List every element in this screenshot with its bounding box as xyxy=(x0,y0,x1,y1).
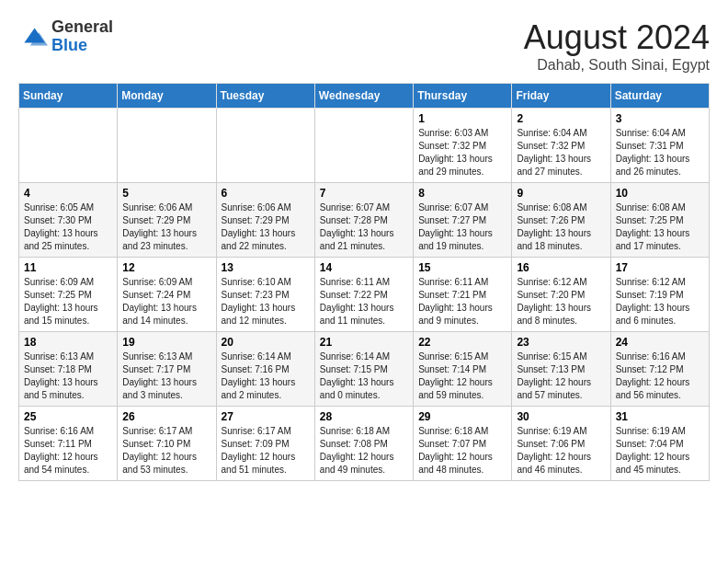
day-content: Sunrise: 6:05 AMSunset: 7:30 PMDaylight:… xyxy=(24,201,112,253)
day-number: 11 xyxy=(24,261,112,274)
calendar-cell: 10Sunrise: 6:08 AMSunset: 7:25 PMDayligh… xyxy=(610,183,709,258)
day-number: 12 xyxy=(122,261,210,274)
calendar-cell: 24Sunrise: 6:16 AMSunset: 7:12 PMDayligh… xyxy=(610,332,709,407)
day-number: 20 xyxy=(222,336,310,349)
weekday-header-friday: Friday xyxy=(512,84,610,109)
day-number: 31 xyxy=(616,410,704,423)
day-content: Sunrise: 6:18 AMSunset: 7:08 PMDaylight:… xyxy=(320,425,408,477)
calendar-cell: 8Sunrise: 6:07 AMSunset: 7:27 PMDaylight… xyxy=(414,183,512,258)
calendar-cell: 13Sunrise: 6:10 AMSunset: 7:23 PMDayligh… xyxy=(216,258,314,332)
day-number: 16 xyxy=(517,261,605,274)
day-content: Sunrise: 6:06 AMSunset: 7:29 PMDaylight:… xyxy=(222,201,310,253)
day-number: 23 xyxy=(517,336,605,349)
calendar-cell: 2Sunrise: 6:04 AMSunset: 7:32 PMDaylight… xyxy=(512,109,610,183)
calendar-cell: 17Sunrise: 6:12 AMSunset: 7:19 PMDayligh… xyxy=(610,258,709,332)
calendar-cell: 20Sunrise: 6:14 AMSunset: 7:16 PMDayligh… xyxy=(216,332,314,407)
logo-icon xyxy=(18,22,48,52)
calendar-cell: 5Sunrise: 6:06 AMSunset: 7:29 PMDaylight… xyxy=(118,183,216,258)
calendar-cell: 3Sunrise: 6:04 AMSunset: 7:31 PMDaylight… xyxy=(610,109,709,183)
day-number: 6 xyxy=(222,187,310,200)
day-number: 19 xyxy=(122,336,210,349)
day-content: Sunrise: 6:12 AMSunset: 7:20 PMDaylight:… xyxy=(517,276,605,327)
day-number: 30 xyxy=(517,410,605,423)
day-content: Sunrise: 6:18 AMSunset: 7:07 PMDaylight:… xyxy=(418,425,506,477)
calendar-cell: 7Sunrise: 6:07 AMSunset: 7:28 PMDaylight… xyxy=(314,183,413,258)
calendar-cell: 11Sunrise: 6:09 AMSunset: 7:25 PMDayligh… xyxy=(19,258,118,332)
weekday-header-thursday: Thursday xyxy=(414,84,512,109)
day-number: 1 xyxy=(418,112,506,125)
calendar-table: SundayMondayTuesdayWednesdayThursdayFrid… xyxy=(18,83,710,481)
day-number: 22 xyxy=(418,336,506,349)
day-number: 14 xyxy=(320,261,408,274)
page-header: General Blue August 2024 Dahab, South Si… xyxy=(18,18,710,74)
day-content: Sunrise: 6:03 AMSunset: 7:32 PMDaylight:… xyxy=(418,127,506,178)
calendar-cell: 15Sunrise: 6:11 AMSunset: 7:21 PMDayligh… xyxy=(414,258,512,332)
day-number: 5 xyxy=(122,187,210,200)
calendar-cell: 30Sunrise: 6:19 AMSunset: 7:06 PMDayligh… xyxy=(512,407,610,481)
calendar-cell: 27Sunrise: 6:17 AMSunset: 7:09 PMDayligh… xyxy=(216,407,314,481)
day-content: Sunrise: 6:10 AMSunset: 7:23 PMDaylight:… xyxy=(222,276,310,327)
day-number: 17 xyxy=(616,261,704,274)
weekday-header-wednesday: Wednesday xyxy=(314,84,413,109)
day-content: Sunrise: 6:16 AMSunset: 7:12 PMDaylight:… xyxy=(616,350,704,402)
day-number: 25 xyxy=(24,410,112,423)
day-content: Sunrise: 6:07 AMSunset: 7:27 PMDaylight:… xyxy=(418,201,506,253)
calendar-cell xyxy=(19,109,118,183)
day-number: 3 xyxy=(616,112,704,125)
day-content: Sunrise: 6:17 AMSunset: 7:09 PMDaylight:… xyxy=(222,425,310,477)
calendar-cell: 31Sunrise: 6:19 AMSunset: 7:04 PMDayligh… xyxy=(610,407,709,481)
title-block: August 2024 Dahab, South Sinai, Egypt xyxy=(524,18,710,74)
day-content: Sunrise: 6:13 AMSunset: 7:18 PMDaylight:… xyxy=(24,350,112,402)
day-content: Sunrise: 6:11 AMSunset: 7:22 PMDaylight:… xyxy=(320,276,408,327)
calendar-cell: 22Sunrise: 6:15 AMSunset: 7:14 PMDayligh… xyxy=(414,332,512,407)
location-subtitle: Dahab, South Sinai, Egypt xyxy=(524,57,710,74)
calendar-cell: 26Sunrise: 6:17 AMSunset: 7:10 PMDayligh… xyxy=(118,407,216,481)
day-content: Sunrise: 6:04 AMSunset: 7:31 PMDaylight:… xyxy=(616,127,704,178)
day-number: 13 xyxy=(222,261,310,274)
calendar-cell: 19Sunrise: 6:13 AMSunset: 7:17 PMDayligh… xyxy=(118,332,216,407)
calendar-cell: 1Sunrise: 6:03 AMSunset: 7:32 PMDaylight… xyxy=(414,109,512,183)
calendar-cell: 29Sunrise: 6:18 AMSunset: 7:07 PMDayligh… xyxy=(414,407,512,481)
calendar-week-row: 1Sunrise: 6:03 AMSunset: 7:32 PMDaylight… xyxy=(19,109,710,183)
day-content: Sunrise: 6:07 AMSunset: 7:28 PMDaylight:… xyxy=(320,201,408,253)
day-content: Sunrise: 6:09 AMSunset: 7:25 PMDaylight:… xyxy=(24,276,112,327)
day-content: Sunrise: 6:19 AMSunset: 7:06 PMDaylight:… xyxy=(517,425,605,477)
calendar-cell: 12Sunrise: 6:09 AMSunset: 7:24 PMDayligh… xyxy=(118,258,216,332)
calendar-cell: 6Sunrise: 6:06 AMSunset: 7:29 PMDaylight… xyxy=(216,183,314,258)
day-number: 24 xyxy=(616,336,704,349)
day-number: 8 xyxy=(418,187,506,200)
calendar-week-row: 18Sunrise: 6:13 AMSunset: 7:18 PMDayligh… xyxy=(19,332,710,407)
day-content: Sunrise: 6:12 AMSunset: 7:19 PMDaylight:… xyxy=(616,276,704,327)
calendar-cell: 23Sunrise: 6:15 AMSunset: 7:13 PMDayligh… xyxy=(512,332,610,407)
day-number: 2 xyxy=(517,112,605,125)
day-content: Sunrise: 6:19 AMSunset: 7:04 PMDaylight:… xyxy=(616,425,704,477)
calendar-cell xyxy=(314,109,413,183)
calendar-week-row: 11Sunrise: 6:09 AMSunset: 7:25 PMDayligh… xyxy=(19,258,710,332)
calendar-cell: 18Sunrise: 6:13 AMSunset: 7:18 PMDayligh… xyxy=(19,332,118,407)
day-content: Sunrise: 6:06 AMSunset: 7:29 PMDaylight:… xyxy=(122,201,210,253)
calendar-week-row: 4Sunrise: 6:05 AMSunset: 7:30 PMDaylight… xyxy=(19,183,710,258)
day-content: Sunrise: 6:11 AMSunset: 7:21 PMDaylight:… xyxy=(418,276,506,327)
logo-text: General Blue xyxy=(51,18,113,55)
day-content: Sunrise: 6:15 AMSunset: 7:14 PMDaylight:… xyxy=(418,350,506,402)
weekday-header-row: SundayMondayTuesdayWednesdayThursdayFrid… xyxy=(19,84,710,109)
day-number: 15 xyxy=(418,261,506,274)
calendar-cell: 14Sunrise: 6:11 AMSunset: 7:22 PMDayligh… xyxy=(314,258,413,332)
day-number: 29 xyxy=(418,410,506,423)
day-number: 18 xyxy=(24,336,112,349)
month-year-title: August 2024 xyxy=(524,18,710,57)
calendar-cell: 9Sunrise: 6:08 AMSunset: 7:26 PMDaylight… xyxy=(512,183,610,258)
day-content: Sunrise: 6:09 AMSunset: 7:24 PMDaylight:… xyxy=(122,276,210,327)
weekday-header-saturday: Saturday xyxy=(610,84,709,109)
calendar-cell xyxy=(216,109,314,183)
logo: General Blue xyxy=(18,18,113,55)
day-number: 10 xyxy=(616,187,704,200)
day-number: 27 xyxy=(222,410,310,423)
day-content: Sunrise: 6:15 AMSunset: 7:13 PMDaylight:… xyxy=(517,350,605,402)
day-content: Sunrise: 6:08 AMSunset: 7:26 PMDaylight:… xyxy=(517,201,605,253)
day-content: Sunrise: 6:13 AMSunset: 7:17 PMDaylight:… xyxy=(122,350,210,402)
calendar-cell: 21Sunrise: 6:14 AMSunset: 7:15 PMDayligh… xyxy=(314,332,413,407)
calendar-cell: 28Sunrise: 6:18 AMSunset: 7:08 PMDayligh… xyxy=(314,407,413,481)
day-number: 26 xyxy=(122,410,210,423)
calendar-cell: 16Sunrise: 6:12 AMSunset: 7:20 PMDayligh… xyxy=(512,258,610,332)
